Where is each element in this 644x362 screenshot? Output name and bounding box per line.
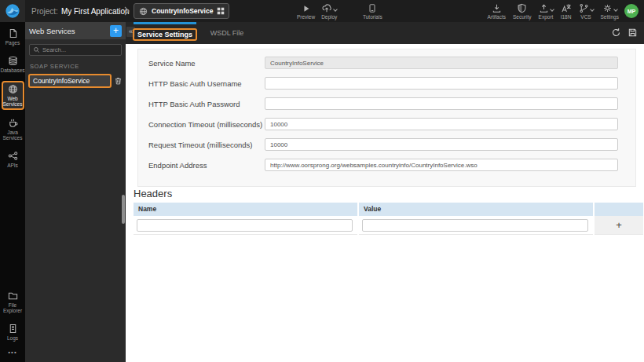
soap-service-section-label: SOAP SERVICE xyxy=(30,63,121,70)
service-name-input xyxy=(265,57,618,69)
connection-timeout-label: Connection Timeout (milliseconds) xyxy=(148,120,265,129)
basic-auth-username-label: HTTP Basic Auth Username xyxy=(148,79,265,88)
tab-service-settings[interactable]: Service Settings xyxy=(134,22,196,44)
headers-table-data-row: + xyxy=(134,216,643,235)
service-item-name[interactable]: CountryInfoService xyxy=(28,74,112,88)
request-timeout-input[interactable] xyxy=(265,138,618,151)
i18n-label: I18N xyxy=(561,14,572,20)
column-header-name: Name xyxy=(134,203,357,216)
globe-icon xyxy=(139,7,148,16)
sidebar-item-java-services[interactable]: Java Services xyxy=(1,115,24,143)
add-header-button[interactable]: + xyxy=(595,216,643,235)
database-icon xyxy=(8,56,18,66)
trash-icon[interactable] xyxy=(114,76,123,86)
service-settings-form: Service Name HTTP Basic Auth Username HT… xyxy=(137,49,636,187)
preview-button[interactable]: Preview xyxy=(297,0,315,22)
header-name-input[interactable] xyxy=(137,219,353,232)
security-label: Security xyxy=(513,14,531,20)
basic-auth-username-input[interactable] xyxy=(265,77,618,90)
add-service-button[interactable]: + xyxy=(110,25,122,37)
sidebar-item-apis[interactable]: APIs xyxy=(1,148,24,170)
sidebar-item-web-services[interactable]: Web Services xyxy=(2,81,24,110)
chevron-right-icon xyxy=(124,6,130,16)
tab-wsdl-file[interactable]: WSDL File xyxy=(201,22,253,44)
project-label: Project: xyxy=(31,7,58,16)
i18n-button[interactable]: I18N xyxy=(561,0,572,22)
translate-icon xyxy=(561,3,572,13)
settings-label: Settings xyxy=(601,14,620,20)
breadcrumb-service-name: CountryInfoService xyxy=(152,7,213,15)
more-options-icon[interactable]: ••• xyxy=(8,349,16,356)
sidebar-item-label: Web Services xyxy=(3,96,23,107)
save-icon[interactable] xyxy=(628,27,638,38)
current-service-breadcrumb[interactable]: CountryInfoService xyxy=(134,3,229,19)
cloud-upload-icon xyxy=(321,3,332,13)
form-row: Service Name xyxy=(138,53,635,73)
header-value-cell xyxy=(359,216,593,235)
play-icon xyxy=(302,4,311,13)
sidebar-item-pages[interactable]: Pages xyxy=(1,26,24,48)
panel-title: Web Services xyxy=(29,27,75,35)
upload-tray-icon xyxy=(539,3,549,13)
settings-button[interactable]: Settings xyxy=(601,0,620,22)
headers-table: Name Value + xyxy=(134,203,643,235)
tutorials-label: Tutorials xyxy=(363,14,382,20)
git-branch-icon xyxy=(579,3,589,13)
vcs-button[interactable]: VCS xyxy=(579,0,594,22)
web-services-panel: Web Services + SOAP SERVICE CountryInfoS… xyxy=(25,22,126,362)
deploy-button[interactable]: Deploy xyxy=(321,0,337,22)
basic-auth-password-input[interactable] xyxy=(265,97,618,110)
request-timeout-label: Request Timeout (milliseconds) xyxy=(148,141,265,149)
sidebar-item-label: Logs xyxy=(7,335,18,341)
caret-down-icon xyxy=(550,7,554,12)
tab-label: WSDL File xyxy=(210,29,244,37)
tab-bar: « Service Settings WSDL File xyxy=(126,22,644,44)
endpoint-address-input[interactable] xyxy=(265,159,618,171)
sidebar-item-label: File Explorer xyxy=(1,302,24,313)
document-icon xyxy=(8,324,18,334)
grid-icon[interactable] xyxy=(217,7,225,15)
search-input[interactable] xyxy=(42,46,118,53)
form-row: HTTP Basic Auth Password xyxy=(138,93,635,114)
page-icon xyxy=(8,28,18,38)
caret-down-icon xyxy=(613,7,618,12)
user-avatar[interactable]: MP xyxy=(624,4,639,18)
tutorials-button[interactable]: Tutorials xyxy=(363,0,382,22)
sidebar-item-logs[interactable]: Logs xyxy=(1,321,24,343)
export-label: Export xyxy=(539,14,554,20)
sidebar-item-label: APIs xyxy=(7,163,18,168)
tab-label: Service Settings xyxy=(133,28,197,41)
security-button[interactable]: Security xyxy=(513,0,531,22)
top-header: Project: My First Application CountryInf… xyxy=(0,0,644,22)
artifacts-button[interactable]: Artifacts xyxy=(488,0,506,22)
gear-icon xyxy=(602,3,613,13)
sidebar-item-file-explorer[interactable]: File Explorer xyxy=(1,288,24,316)
form-row: Request Timeout (milliseconds) xyxy=(138,134,635,155)
vcs-label: VCS xyxy=(580,14,591,20)
app-logo[interactable] xyxy=(0,0,25,22)
service-name-label: Service Name xyxy=(148,59,265,68)
sidebar-item-databases[interactable]: Databases xyxy=(1,53,24,75)
shield-icon xyxy=(517,3,527,13)
header-value-input[interactable] xyxy=(362,219,588,232)
sidebar-item-label: Databases xyxy=(0,68,24,73)
service-list-item[interactable]: CountryInfoService xyxy=(28,74,123,88)
globe-icon xyxy=(8,84,18,94)
service-search[interactable] xyxy=(29,44,122,56)
preview-label: Preview xyxy=(297,14,315,20)
connection-timeout-input[interactable] xyxy=(265,118,618,130)
export-button[interactable]: Export xyxy=(539,0,554,22)
service-settings-content: Service Name HTTP Basic Auth Username HT… xyxy=(126,44,644,362)
form-row: Endpoint Address xyxy=(138,155,635,175)
folder-icon xyxy=(8,291,18,301)
column-header-value: Value xyxy=(359,203,593,216)
coffee-cup-icon xyxy=(8,118,18,128)
project-name: My First Application xyxy=(61,7,130,16)
basic-auth-password-label: HTTP Basic Auth Password xyxy=(148,100,265,108)
refresh-icon[interactable] xyxy=(611,27,621,38)
sidebar-item-label: Pages xyxy=(5,40,20,46)
api-nodes-icon xyxy=(8,151,18,161)
main-area: « Service Settings WSDL File xyxy=(126,22,644,362)
panel-scrollbar[interactable] xyxy=(122,195,125,224)
form-row: HTTP Basic Auth Username xyxy=(138,73,635,93)
